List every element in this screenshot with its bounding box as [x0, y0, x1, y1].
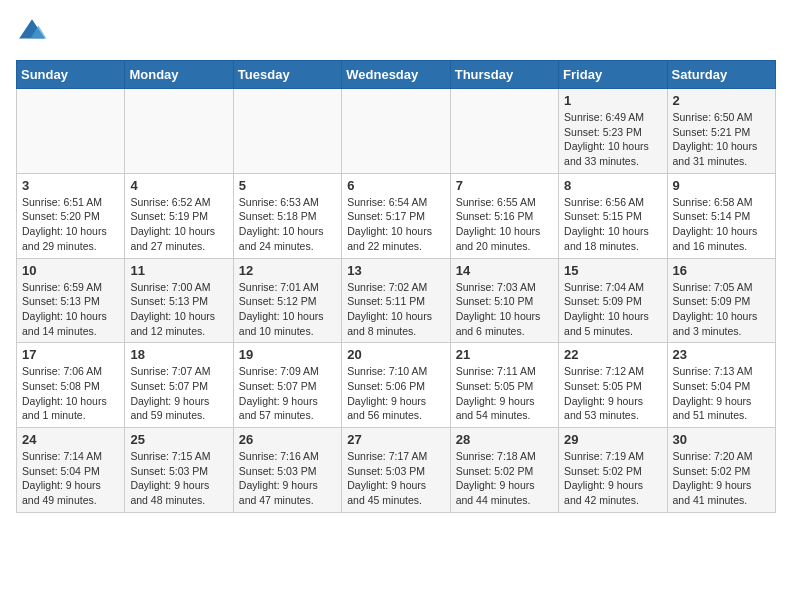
day-number: 30: [673, 432, 770, 447]
day-info: Sunrise: 6:54 AM Sunset: 5:17 PM Dayligh…: [347, 195, 444, 254]
calendar-day-cell: [125, 89, 233, 174]
day-number: 19: [239, 347, 336, 362]
calendar-table: SundayMondayTuesdayWednesdayThursdayFrid…: [16, 60, 776, 513]
day-number: 23: [673, 347, 770, 362]
calendar-day-cell: 12Sunrise: 7:01 AM Sunset: 5:12 PM Dayli…: [233, 258, 341, 343]
day-info: Sunrise: 6:52 AM Sunset: 5:19 PM Dayligh…: [130, 195, 227, 254]
calendar-day-cell: 17Sunrise: 7:06 AM Sunset: 5:08 PM Dayli…: [17, 343, 125, 428]
calendar-day-cell: 5Sunrise: 6:53 AM Sunset: 5:18 PM Daylig…: [233, 173, 341, 258]
day-number: 21: [456, 347, 553, 362]
day-info: Sunrise: 7:04 AM Sunset: 5:09 PM Dayligh…: [564, 280, 661, 339]
day-info: Sunrise: 7:06 AM Sunset: 5:08 PM Dayligh…: [22, 364, 119, 423]
day-number: 8: [564, 178, 661, 193]
day-info: Sunrise: 7:09 AM Sunset: 5:07 PM Dayligh…: [239, 364, 336, 423]
calendar-day-cell: 1Sunrise: 6:49 AM Sunset: 5:23 PM Daylig…: [559, 89, 667, 174]
calendar-day-cell: 24Sunrise: 7:14 AM Sunset: 5:04 PM Dayli…: [17, 428, 125, 513]
day-number: 20: [347, 347, 444, 362]
calendar-day-cell: 6Sunrise: 6:54 AM Sunset: 5:17 PM Daylig…: [342, 173, 450, 258]
calendar-day-cell: [450, 89, 558, 174]
day-info: Sunrise: 7:02 AM Sunset: 5:11 PM Dayligh…: [347, 280, 444, 339]
logo-icon: [16, 16, 48, 48]
calendar-day-cell: 3Sunrise: 6:51 AM Sunset: 5:20 PM Daylig…: [17, 173, 125, 258]
day-info: Sunrise: 7:07 AM Sunset: 5:07 PM Dayligh…: [130, 364, 227, 423]
calendar-day-cell: 18Sunrise: 7:07 AM Sunset: 5:07 PM Dayli…: [125, 343, 233, 428]
day-info: Sunrise: 7:10 AM Sunset: 5:06 PM Dayligh…: [347, 364, 444, 423]
day-info: Sunrise: 6:53 AM Sunset: 5:18 PM Dayligh…: [239, 195, 336, 254]
day-info: Sunrise: 6:50 AM Sunset: 5:21 PM Dayligh…: [673, 110, 770, 169]
day-number: 7: [456, 178, 553, 193]
day-info: Sunrise: 7:11 AM Sunset: 5:05 PM Dayligh…: [456, 364, 553, 423]
calendar-day-cell: [17, 89, 125, 174]
day-info: Sunrise: 7:18 AM Sunset: 5:02 PM Dayligh…: [456, 449, 553, 508]
calendar-day-cell: 22Sunrise: 7:12 AM Sunset: 5:05 PM Dayli…: [559, 343, 667, 428]
calendar-day-cell: 30Sunrise: 7:20 AM Sunset: 5:02 PM Dayli…: [667, 428, 775, 513]
day-number: 3: [22, 178, 119, 193]
day-of-week-header: Saturday: [667, 61, 775, 89]
calendar-day-cell: 13Sunrise: 7:02 AM Sunset: 5:11 PM Dayli…: [342, 258, 450, 343]
day-number: 2: [673, 93, 770, 108]
logo: [16, 16, 52, 48]
calendar-day-cell: 23Sunrise: 7:13 AM Sunset: 5:04 PM Dayli…: [667, 343, 775, 428]
calendar-day-cell: 4Sunrise: 6:52 AM Sunset: 5:19 PM Daylig…: [125, 173, 233, 258]
day-number: 1: [564, 93, 661, 108]
day-number: 9: [673, 178, 770, 193]
day-info: Sunrise: 6:49 AM Sunset: 5:23 PM Dayligh…: [564, 110, 661, 169]
day-number: 27: [347, 432, 444, 447]
day-info: Sunrise: 7:12 AM Sunset: 5:05 PM Dayligh…: [564, 364, 661, 423]
day-info: Sunrise: 6:51 AM Sunset: 5:20 PM Dayligh…: [22, 195, 119, 254]
day-number: 16: [673, 263, 770, 278]
day-number: 4: [130, 178, 227, 193]
calendar-day-cell: [233, 89, 341, 174]
day-info: Sunrise: 7:01 AM Sunset: 5:12 PM Dayligh…: [239, 280, 336, 339]
calendar-day-cell: 19Sunrise: 7:09 AM Sunset: 5:07 PM Dayli…: [233, 343, 341, 428]
day-number: 28: [456, 432, 553, 447]
day-info: Sunrise: 6:58 AM Sunset: 5:14 PM Dayligh…: [673, 195, 770, 254]
day-of-week-header: Thursday: [450, 61, 558, 89]
calendar-week-row: 10Sunrise: 6:59 AM Sunset: 5:13 PM Dayli…: [17, 258, 776, 343]
calendar-day-cell: 20Sunrise: 7:10 AM Sunset: 5:06 PM Dayli…: [342, 343, 450, 428]
calendar-day-cell: 14Sunrise: 7:03 AM Sunset: 5:10 PM Dayli…: [450, 258, 558, 343]
day-number: 18: [130, 347, 227, 362]
day-number: 25: [130, 432, 227, 447]
calendar-day-cell: 8Sunrise: 6:56 AM Sunset: 5:15 PM Daylig…: [559, 173, 667, 258]
calendar-day-cell: 9Sunrise: 6:58 AM Sunset: 5:14 PM Daylig…: [667, 173, 775, 258]
day-info: Sunrise: 7:05 AM Sunset: 5:09 PM Dayligh…: [673, 280, 770, 339]
day-info: Sunrise: 6:55 AM Sunset: 5:16 PM Dayligh…: [456, 195, 553, 254]
day-info: Sunrise: 7:20 AM Sunset: 5:02 PM Dayligh…: [673, 449, 770, 508]
calendar-day-cell: 11Sunrise: 7:00 AM Sunset: 5:13 PM Dayli…: [125, 258, 233, 343]
day-of-week-header: Friday: [559, 61, 667, 89]
calendar-week-row: 1Sunrise: 6:49 AM Sunset: 5:23 PM Daylig…: [17, 89, 776, 174]
calendar-day-cell: 26Sunrise: 7:16 AM Sunset: 5:03 PM Dayli…: [233, 428, 341, 513]
calendar-week-row: 24Sunrise: 7:14 AM Sunset: 5:04 PM Dayli…: [17, 428, 776, 513]
calendar-day-cell: 28Sunrise: 7:18 AM Sunset: 5:02 PM Dayli…: [450, 428, 558, 513]
day-info: Sunrise: 7:16 AM Sunset: 5:03 PM Dayligh…: [239, 449, 336, 508]
calendar-day-cell: 25Sunrise: 7:15 AM Sunset: 5:03 PM Dayli…: [125, 428, 233, 513]
calendar-day-cell: 16Sunrise: 7:05 AM Sunset: 5:09 PM Dayli…: [667, 258, 775, 343]
day-number: 24: [22, 432, 119, 447]
calendar-day-cell: 27Sunrise: 7:17 AM Sunset: 5:03 PM Dayli…: [342, 428, 450, 513]
day-info: Sunrise: 7:19 AM Sunset: 5:02 PM Dayligh…: [564, 449, 661, 508]
day-number: 17: [22, 347, 119, 362]
calendar-day-cell: 29Sunrise: 7:19 AM Sunset: 5:02 PM Dayli…: [559, 428, 667, 513]
calendar-day-cell: 15Sunrise: 7:04 AM Sunset: 5:09 PM Dayli…: [559, 258, 667, 343]
day-number: 22: [564, 347, 661, 362]
page-header: [16, 16, 776, 48]
calendar-day-cell: 10Sunrise: 6:59 AM Sunset: 5:13 PM Dayli…: [17, 258, 125, 343]
calendar-day-cell: 7Sunrise: 6:55 AM Sunset: 5:16 PM Daylig…: [450, 173, 558, 258]
day-number: 10: [22, 263, 119, 278]
day-number: 11: [130, 263, 227, 278]
day-of-week-header: Sunday: [17, 61, 125, 89]
day-number: 12: [239, 263, 336, 278]
calendar-day-cell: 21Sunrise: 7:11 AM Sunset: 5:05 PM Dayli…: [450, 343, 558, 428]
day-info: Sunrise: 7:17 AM Sunset: 5:03 PM Dayligh…: [347, 449, 444, 508]
day-number: 29: [564, 432, 661, 447]
calendar-day-cell: 2Sunrise: 6:50 AM Sunset: 5:21 PM Daylig…: [667, 89, 775, 174]
day-info: Sunrise: 7:00 AM Sunset: 5:13 PM Dayligh…: [130, 280, 227, 339]
day-info: Sunrise: 6:56 AM Sunset: 5:15 PM Dayligh…: [564, 195, 661, 254]
calendar-week-row: 3Sunrise: 6:51 AM Sunset: 5:20 PM Daylig…: [17, 173, 776, 258]
day-number: 26: [239, 432, 336, 447]
day-of-week-header: Monday: [125, 61, 233, 89]
day-of-week-header: Wednesday: [342, 61, 450, 89]
day-info: Sunrise: 7:03 AM Sunset: 5:10 PM Dayligh…: [456, 280, 553, 339]
calendar-week-row: 17Sunrise: 7:06 AM Sunset: 5:08 PM Dayli…: [17, 343, 776, 428]
